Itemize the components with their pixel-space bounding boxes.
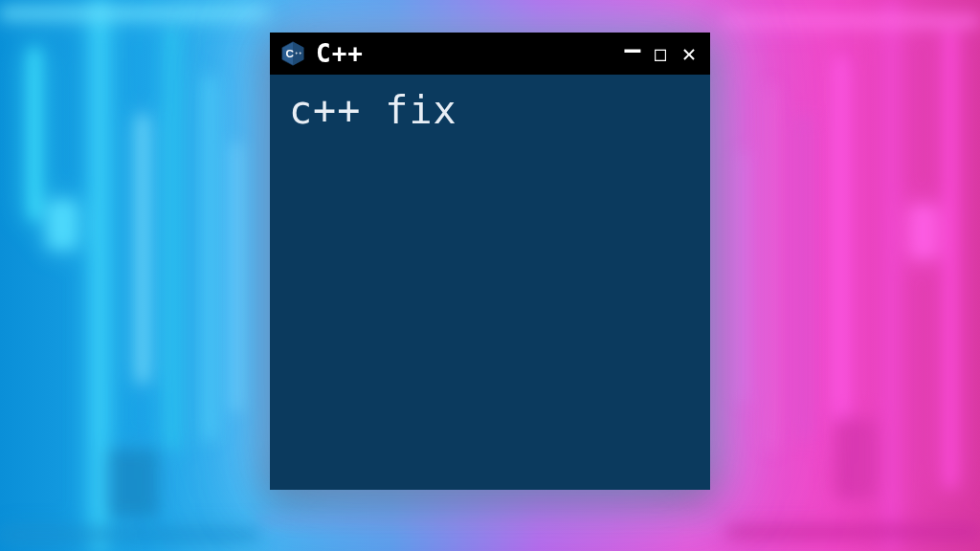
- maximize-button[interactable]: □: [649, 44, 672, 63]
- window-controls: — □ ✕: [620, 40, 701, 67]
- cpp-hexagon-icon: C + +: [279, 40, 306, 67]
- app-window: C + + C++ — □ ✕ c++ fix: [270, 33, 710, 490]
- svg-marker-1: [293, 42, 303, 66]
- titlebar[interactable]: C + + C++ — □ ✕: [270, 33, 710, 75]
- body-text: c++ fix: [289, 88, 691, 132]
- window-body[interactable]: c++ fix: [270, 75, 710, 490]
- svg-text:+: +: [300, 51, 302, 55]
- svg-text:+: +: [296, 51, 299, 55]
- svg-text:C: C: [285, 47, 294, 59]
- minimize-button[interactable]: —: [620, 36, 643, 63]
- window-title: C++: [316, 39, 611, 68]
- close-button[interactable]: ✕: [678, 42, 701, 65]
